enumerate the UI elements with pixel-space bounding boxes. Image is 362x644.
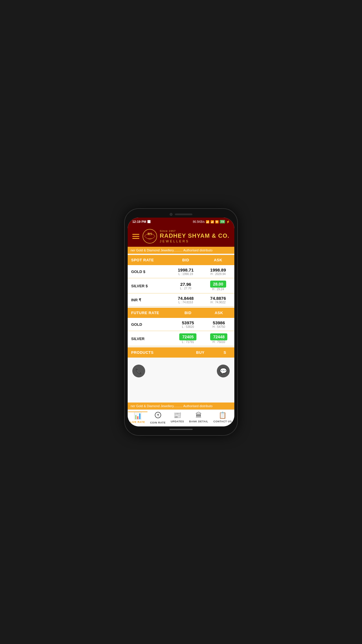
phone-camera <box>170 213 173 216</box>
row-label: INR ₹ <box>128 293 170 307</box>
phone-screen: 12:19 PM 🅽 86.5KB/s 📶 📶 🛜 73 ⚡ <box>128 218 234 426</box>
nav-bank-detail[interactable]: 🏛 BANK DETAIL <box>187 412 211 424</box>
phone-bottom-bar <box>128 426 234 432</box>
row-label: SILVER <box>128 331 173 346</box>
spot-rate-label: SPOT RATE <box>128 255 170 265</box>
brand-name: RADHEY SHYAM & CO. <box>160 232 229 239</box>
status-time: 12:19 PM 🅽 <box>132 220 150 223</box>
spot-rate-row: SILVER $ 27.96 L : 27.70 28.00H : 29.24 <box>128 278 234 293</box>
future-rate-row: GOLD 53975L : 53820 53986H : 54750 <box>128 318 234 331</box>
nav-contact-us[interactable]: 📋 CONTACT US <box>211 412 234 424</box>
bank-detail-icon: 🏛 <box>196 412 202 419</box>
menu-button[interactable] <box>132 234 139 239</box>
brand-emblem: RS ✦✦✦ <box>142 229 157 244</box>
sell-label: S <box>215 347 234 358</box>
app-header: RS ✦✦✦ Since 1957 RADHEY SHYAM & CO. JEW… <box>128 226 234 247</box>
header-logo: RS ✦✦✦ Since 1957 RADHEY SHYAM & CO. JEW… <box>142 229 230 244</box>
coin-rate-icon: ₹ <box>154 412 161 420</box>
spot-ask-label: ASK <box>202 255 234 265</box>
spot-rate-row: INR ₹ 74.8448 L : 74.8153 74.8876H : 74.… <box>128 293 234 307</box>
main-content[interactable]: SPOT RATE BID ASK GOLD $ 1998.71 L : 199… <box>128 254 234 402</box>
spot-rate-row: GOLD $ 1998.71 L : 1990.19 1998.89H : 20… <box>128 265 234 278</box>
since-label: Since 1957 <box>160 230 176 232</box>
row-label: GOLD $ <box>128 265 170 278</box>
ticker-bar-bottom: ner Gold & Diamond Jewellery.......... A… <box>128 402 234 410</box>
live-rate-label: LIVE RATE <box>130 421 145 424</box>
row-label: GOLD <box>128 318 173 331</box>
ask-cell: 28.00H : 29.24 <box>202 278 234 293</box>
phone-fab[interactable]: 📞 <box>132 365 145 377</box>
products-table: PRODUCTS BUY S <box>128 347 234 358</box>
nav-updates[interactable]: 📰 UPDATES <box>168 412 187 424</box>
bid-cell: 74.8448 L : 74.8153 <box>170 293 202 307</box>
content-wrapper: SPOT RATE BID ASK GOLD $ 1998.71 L : 199… <box>128 254 234 410</box>
spot-rate-table: SPOT RATE BID ASK GOLD $ 1998.71 L : 199… <box>128 255 234 307</box>
bottom-nav: 📊 LIVE RATE ₹ COIN RATE 📰 UPDATES 🏛 BANK… <box>128 410 234 426</box>
ask-cell: 1998.89H : 2029.94 <box>202 265 234 278</box>
nav-coin-rate[interactable]: ₹ COIN RATE <box>148 412 168 424</box>
phone-frame: 12:19 PM 🅽 86.5KB/s 📶 📶 🛜 73 ⚡ <box>124 208 238 436</box>
future-rate-section: FUTURE RATE BID ASK GOLD 53975L : 53820 … <box>128 308 234 346</box>
battery-indicator: 73 <box>220 220 225 223</box>
future-rate-row: SILVER 72405L : 71791 72448H : 75010 <box>128 331 234 346</box>
row-label: SILVER $ <box>128 278 170 293</box>
svg-point-0 <box>143 229 157 243</box>
phone-speaker <box>175 214 192 215</box>
home-indicator <box>169 429 193 430</box>
whatsapp-fab[interactable]: 💬 <box>217 365 230 377</box>
bid-cell: 72405L : 71791 <box>173 331 203 346</box>
future-bid-label: BID <box>173 308 203 318</box>
svg-text:₹: ₹ <box>157 414 159 417</box>
coin-icon-svg: ₹ <box>154 412 161 419</box>
updates-label: UPDATES <box>171 420 184 423</box>
buy-label: BUY <box>185 347 216 358</box>
ticker-bar: ner Gold & Diamond Jewellery.......... A… <box>128 247 234 254</box>
bank-detail-label: BANK DETAIL <box>189 420 208 423</box>
future-rate-label: FUTURE RATE <box>128 308 173 318</box>
status-bar: 12:19 PM 🅽 86.5KB/s 📶 📶 🛜 73 ⚡ <box>128 218 234 226</box>
updates-icon: 📰 <box>173 412 181 419</box>
coin-rate-label: COIN RATE <box>150 421 166 424</box>
brand-text: Since 1957 RADHEY SHYAM & CO. JEWELLERS <box>160 230 230 243</box>
status-right: 86.5KB/s 📶 📶 🛜 73 ⚡ <box>193 220 230 223</box>
future-rate-table: FUTURE RATE BID ASK GOLD 53975L : 53820 … <box>128 308 234 346</box>
live-rate-icon: 📊 <box>134 412 142 420</box>
contact-us-label: CONTACT US <box>213 420 232 423</box>
ask-cell: 53986H : 54750 <box>203 318 234 331</box>
nav-live-rate[interactable]: 📊 LIVE RATE <box>128 412 147 424</box>
future-rate-header: FUTURE RATE BID ASK <box>128 308 234 318</box>
ask-cell: 74.8876H : 74.9022 <box>202 293 234 307</box>
products-header: PRODUCTS BUY S <box>128 347 234 358</box>
ask-cell: 72448H : 75010 <box>203 331 234 346</box>
svg-text:RS: RS <box>147 232 152 236</box>
bid-cell: 53975L : 53820 <box>173 318 203 331</box>
spot-bid-label: BID <box>170 255 202 265</box>
phone-top-bar <box>128 212 234 218</box>
bid-cell: 27.96 L : 27.70 <box>170 278 202 293</box>
products-label: PRODUCTS <box>128 347 185 358</box>
contact-us-icon: 📋 <box>219 412 226 419</box>
brand-sub: JEWELLERS <box>160 239 189 243</box>
future-ask-label: ASK <box>203 308 234 318</box>
bid-cell: 1998.71 L : 1990.19 <box>170 265 202 278</box>
spot-rate-section: SPOT RATE BID ASK GOLD $ 1998.71 L : 199… <box>128 255 234 307</box>
products-section: PRODUCTS BUY S <box>128 347 234 358</box>
spot-rate-header: SPOT RATE BID ASK <box>128 255 234 265</box>
